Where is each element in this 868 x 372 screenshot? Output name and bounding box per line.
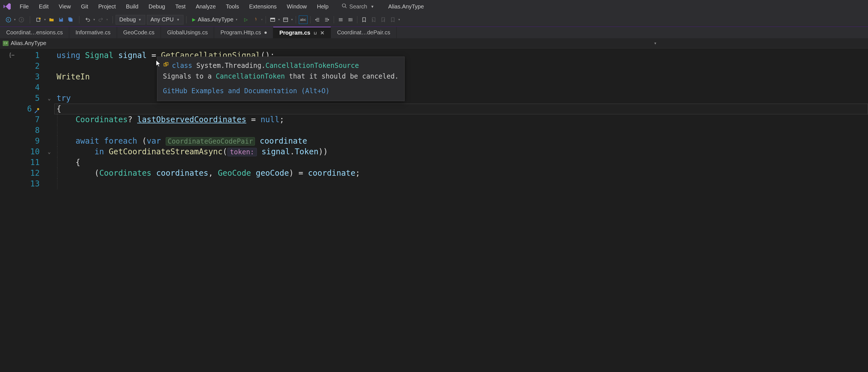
indent-inc-button[interactable] (323, 16, 331, 24)
search-box[interactable]: Search ▼ (339, 2, 377, 11)
line-number: 8 (24, 125, 40, 136)
tooltip-link[interactable]: GitHub Examples and Documentation (Alt+O… (163, 86, 399, 96)
code-line[interactable]: in GetCoordinateStreamAsync(token: signa… (54, 146, 868, 157)
tab-program[interactable]: Program.cs ⊔ ✕ (273, 27, 331, 38)
abc-button[interactable]: abc (299, 16, 308, 24)
save-button[interactable] (57, 16, 65, 24)
uncomment-button[interactable] (346, 16, 354, 24)
menu-help[interactable]: Help (312, 2, 333, 11)
platform-label: Any CPU (151, 16, 174, 23)
code-line[interactable]: (Coordinates coordinates, GeoCode geoCod… (54, 168, 868, 178)
tab-globalusings[interactable]: GlobalUsings.cs (161, 27, 214, 38)
menu-window[interactable]: Window (282, 2, 312, 11)
line-number: 4 (24, 82, 40, 93)
menu-view[interactable]: View (54, 2, 76, 11)
toolbar: ▾ ▾ ▾ ▾ Debug ▼ Any CPU (0, 13, 868, 26)
fold-toggle[interactable]: ⌄ (44, 146, 54, 157)
browse-button[interactable] (269, 16, 277, 24)
menu-project[interactable]: Project (93, 2, 121, 11)
fold-toggle (44, 178, 54, 189)
platform-dropdown[interactable]: Any CPU ▼ (147, 15, 183, 25)
undo-button[interactable] (84, 16, 92, 24)
code-line[interactable]: { (54, 104, 868, 114)
line-number: 5 (24, 93, 40, 104)
svg-line-1 (345, 6, 346, 8)
tab-informative[interactable]: Informative.cs (69, 27, 117, 38)
indent-dec-button[interactable] (313, 16, 321, 24)
vs-logo-icon (3, 2, 12, 11)
tab-label: Program.cs (279, 30, 310, 36)
code-line[interactable] (54, 125, 868, 136)
nav-forward-button[interactable] (18, 16, 25, 24)
pin-icon[interactable]: ⊔ (314, 31, 317, 35)
menu-tools[interactable]: Tools (221, 2, 244, 11)
quick-action-icon[interactable] (33, 106, 40, 112)
svg-point-0 (342, 4, 345, 7)
open-file-button[interactable] (48, 16, 55, 24)
layout-button[interactable] (282, 16, 289, 24)
line-number: 1 (24, 50, 40, 61)
line-number: 11 (24, 157, 40, 168)
mouse-cursor-icon (156, 60, 161, 67)
menu-build[interactable]: Build (121, 2, 144, 11)
tab-geocode[interactable]: GeoCode.cs (117, 27, 161, 38)
fold-toggle (44, 168, 54, 178)
menu-extensions[interactable]: Extensions (244, 2, 282, 11)
menu-edit[interactable]: Edit (34, 2, 54, 11)
new-item-button[interactable] (35, 16, 42, 24)
fold-toggle (44, 157, 54, 168)
fold-toggle (44, 82, 54, 93)
menu-file[interactable]: File (14, 2, 34, 11)
menu-analyze[interactable]: Analyze (191, 2, 221, 11)
code-line[interactable]: Coordinates? lastObservedCoordinates = n… (54, 114, 868, 125)
gutter (0, 49, 24, 189)
line-numbers: 123456 78910111213 (24, 49, 44, 189)
fold-toggle (44, 136, 54, 146)
fold-column: ⌄⌄ (44, 49, 54, 189)
save-all-button[interactable] (67, 16, 74, 24)
class-icon (163, 61, 169, 70)
bookmark-prev-button[interactable] (370, 16, 378, 24)
run-no-debug-button[interactable]: ▷ (242, 16, 250, 24)
chevron-down-icon: ▼ (654, 41, 657, 45)
tooltip-namespace: System.Threading. (196, 62, 266, 69)
config-label: Debug (119, 16, 136, 23)
bookmark-button[interactable] (360, 16, 368, 24)
redo-button[interactable] (97, 16, 105, 24)
hot-reload-button[interactable] (251, 16, 259, 24)
tab-label: GlobalUsings.cs (167, 29, 208, 36)
code-line[interactable] (54, 178, 868, 189)
collapse-scope-icon[interactable] (9, 51, 16, 62)
menu-test[interactable]: Test (170, 2, 191, 11)
code-line[interactable]: await foreach (var CoordinateGeoCodePair… (54, 136, 868, 146)
config-dropdown[interactable]: Debug ▼ (116, 15, 145, 25)
line-number: 7 (24, 114, 40, 125)
chevron-down-icon: ▼ (177, 18, 180, 22)
run-button[interactable]: ▶ Alias.AnyType ▾ (189, 15, 240, 25)
svg-point-2 (6, 17, 11, 22)
tab-program-http[interactable]: Program.Http.cs (214, 27, 273, 38)
fold-toggle (44, 104, 54, 114)
svg-rect-9 (283, 18, 287, 21)
fold-toggle[interactable]: ⌄ (44, 93, 54, 104)
tab-label: Program.Http.cs (220, 29, 261, 36)
svg-rect-8 (270, 18, 275, 19)
tooltip-kind: class (172, 62, 192, 69)
code-line[interactable]: { (54, 157, 868, 168)
tab-coordinat-ensions[interactable]: Coordinat…ensions.cs (0, 27, 69, 38)
comment-button[interactable] (337, 16, 345, 24)
bookmark-next-button[interactable] (379, 16, 387, 24)
editor[interactable]: 123456 78910111213 ⌄⌄ class System.Threa… (0, 49, 868, 189)
svg-rect-6 (60, 18, 62, 19)
tab-coordinat-depair[interactable]: Coordinat…dePair.cs (331, 27, 397, 38)
menu-debug[interactable]: Debug (144, 2, 170, 11)
line-number: 3 (24, 71, 40, 82)
csharp-project-icon: C# (3, 41, 8, 46)
menu-git[interactable]: Git (76, 2, 93, 11)
code-area[interactable]: class System.Threading.CancellationToken… (54, 49, 868, 189)
chevron-down-icon: ▼ (371, 4, 374, 9)
close-icon[interactable]: ✕ (320, 30, 324, 36)
nav-back-button[interactable] (4, 16, 12, 24)
context-bar[interactable]: C# Alias.AnyType ▼ (0, 38, 868, 49)
bookmark-clear-button[interactable] (389, 16, 397, 24)
